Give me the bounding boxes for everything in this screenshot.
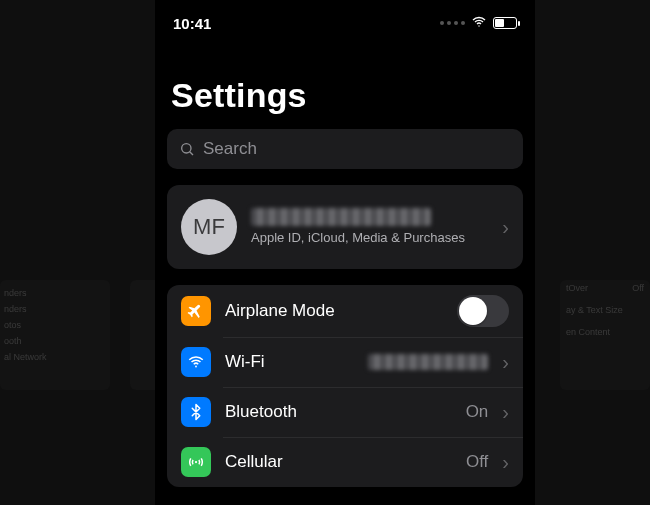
clock: 10:41 — [173, 15, 211, 32]
avatar: MF — [181, 199, 237, 255]
row-label: Cellular — [225, 452, 283, 472]
search-input[interactable]: Search — [167, 129, 523, 169]
row-value: On — [466, 402, 489, 422]
bluetooth-icon — [181, 397, 211, 427]
battery-icon — [493, 17, 517, 29]
chevron-right-icon: › — [502, 401, 509, 424]
status-bar: 10:41 — [155, 0, 535, 36]
page-title: Settings — [171, 76, 523, 115]
search-placeholder: Search — [203, 139, 257, 159]
svg-line-2 — [190, 152, 193, 155]
signal-dots-icon — [440, 21, 465, 25]
row-value: Off — [466, 452, 488, 472]
wifi-network-redacted — [368, 354, 488, 370]
chevron-right-icon: › — [502, 216, 509, 239]
row-label: Bluetooth — [225, 402, 297, 422]
row-label: Wi-Fi — [225, 352, 265, 372]
chevron-right-icon: › — [502, 451, 509, 474]
profile-row[interactable]: MF Apple ID, iCloud, Media & Purchases › — [167, 185, 523, 269]
row-label: Airplane Mode — [225, 301, 335, 321]
wifi-icon — [181, 347, 211, 377]
cellular-row[interactable]: Cellular Off › — [167, 437, 523, 487]
svg-point-1 — [182, 144, 191, 153]
bluetooth-row[interactable]: Bluetooth On › — [167, 387, 523, 437]
search-icon — [179, 141, 195, 157]
phone-frame: 10:41 Settings Search MF Apple ID, iClou… — [155, 0, 535, 505]
connectivity-group: Airplane Mode Wi-Fi › Bluetooth On — [167, 285, 523, 487]
wifi-row[interactable]: Wi-Fi › — [167, 337, 523, 387]
svg-point-4 — [195, 461, 197, 463]
chevron-right-icon: › — [502, 351, 509, 374]
svg-point-3 — [195, 366, 197, 368]
background-panel-right: tOverOff ay & Text Size en Content — [560, 280, 650, 390]
airplane-mode-row[interactable]: Airplane Mode — [167, 285, 523, 337]
airplane-icon — [181, 296, 211, 326]
background-panel-left: nders nders otos ooth al Network — [0, 280, 110, 390]
profile-subtitle: Apple ID, iCloud, Media & Purchases — [251, 230, 488, 246]
svg-point-0 — [478, 25, 479, 26]
cellular-icon — [181, 447, 211, 477]
wifi-status-icon — [471, 14, 487, 33]
profile-group: MF Apple ID, iCloud, Media & Purchases › — [167, 185, 523, 269]
profile-name-redacted — [251, 208, 431, 226]
airplane-mode-toggle[interactable] — [457, 295, 509, 327]
